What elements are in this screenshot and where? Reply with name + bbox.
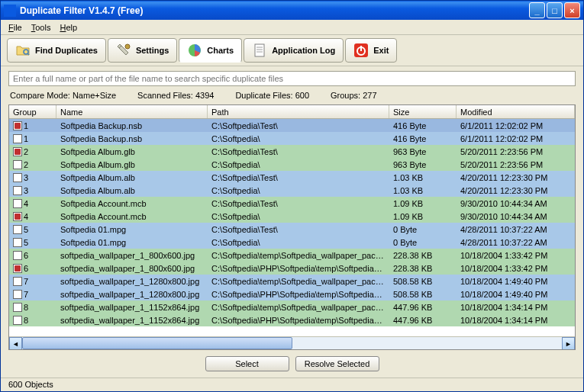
toolbar-label: Find Duplicates: [35, 46, 98, 55]
settings-button[interactable]: Settings: [108, 38, 177, 63]
table-row[interactable]: 6softpedia_wallpaper_1_800x600.jpgC:\Sof…: [9, 249, 575, 262]
table-row[interactable]: 7softpedia_wallpaper_1_1280x800.jpgC:\So…: [9, 288, 575, 300]
col-header-size[interactable]: Size: [389, 105, 457, 118]
table-row[interactable]: 3Softpedia Album.albC:\Softpedia\1.03 KB…: [9, 184, 575, 197]
table-row[interactable]: 6softpedia_wallpaper_1_800x600.jpgC:\Sof…: [9, 262, 575, 275]
svg-point-2: [125, 44, 130, 49]
scroll-thumb[interactable]: [22, 337, 292, 349]
cell-modified: 10/18/2004 1:33:42 PM: [457, 251, 575, 260]
maximize-button[interactable]: □: [547, 2, 563, 18]
col-header-modified[interactable]: Modified: [457, 105, 575, 118]
cell-group: 7: [24, 290, 28, 299]
row-checkbox[interactable]: [13, 316, 22, 325]
cell-modified: 10/18/2004 1:34:14 PM: [457, 316, 575, 325]
document-icon: [252, 43, 267, 58]
row-checkbox[interactable]: [13, 212, 22, 221]
toolbar-label: Application Log: [272, 46, 335, 55]
cell-modified: 5/20/2011 2:23:56 PM: [457, 147, 575, 156]
cell-modified: 10/18/2004 1:33:42 PM: [457, 264, 575, 273]
application-log-button[interactable]: Application Log: [244, 38, 344, 63]
table-row[interactable]: 1Softpedia Backup.nsbC:\Softpedia\Test\4…: [9, 119, 575, 132]
table-row[interactable]: 4Softpedia Account.mcbC:\Softpedia\Test\…: [9, 197, 575, 210]
toolbar-label: Settings: [136, 46, 169, 55]
cell-path: C:\Softpedia\temp\Softpedia_wallpaper_pa…: [208, 303, 389, 312]
row-checkbox[interactable]: [13, 160, 22, 169]
table-row[interactable]: 4Softpedia Account.mcbC:\Softpedia\1.09 …: [9, 210, 575, 223]
table-row[interactable]: 8softpedia_wallpaper_1_1152x864.jpgC:\So…: [9, 313, 575, 326]
cell-path: C:\Softpedia\: [208, 160, 389, 169]
row-checkbox[interactable]: [13, 303, 22, 312]
cell-size: 0 Byte: [389, 225, 457, 234]
search-input[interactable]: [8, 71, 576, 86]
find-duplicates-button[interactable]: Find Duplicates: [7, 38, 106, 63]
cell-modified: 4/20/2011 12:23:30 PM: [457, 186, 575, 195]
resolve-selected-button[interactable]: Resolve Selected: [295, 356, 379, 371]
cell-size: 963 Byte: [389, 160, 457, 169]
cell-modified: 5/20/2011 2:23:56 PM: [457, 160, 575, 169]
row-checkbox[interactable]: [13, 290, 22, 299]
minimize-button[interactable]: _: [529, 2, 545, 18]
cell-group: 7: [24, 277, 28, 286]
select-button[interactable]: Select: [205, 356, 289, 371]
cell-path: C:\Softpedia\Test\: [208, 147, 389, 156]
folder-search-icon: [15, 43, 31, 58]
table-row[interactable]: 8softpedia_wallpaper_1_1152x864.jpgC:\So…: [9, 300, 575, 313]
row-checkbox[interactable]: [13, 251, 22, 260]
col-header-name[interactable]: Name: [56, 105, 208, 118]
cell-name: Softpedia Album.glb: [56, 147, 208, 156]
cell-path: C:\Softpedia\temp\Softpedia_wallpaper_pa…: [208, 277, 389, 286]
cell-name: softpedia_wallpaper_1_800x600.jpg: [56, 251, 208, 260]
scroll-right-button[interactable]: ►: [562, 337, 575, 350]
table-row[interactable]: 3Softpedia Album.albC:\Softpedia\Test\1.…: [9, 171, 575, 184]
cell-group: 3: [24, 173, 28, 182]
grid-body[interactable]: 1Softpedia Backup.nsbC:\Softpedia\Test\4…: [9, 119, 575, 336]
cell-size: 228.38 KB: [389, 264, 457, 273]
row-checkbox[interactable]: [13, 264, 22, 273]
cell-path: C:\Softpedia\Test\: [208, 225, 389, 234]
cell-name: softpedia_wallpaper_1_800x600.jpg: [56, 264, 208, 273]
cell-path: C:\Softpedia\PHP\Softpedia\temp\Softpedi…: [208, 290, 389, 299]
row-checkbox[interactable]: [13, 277, 22, 286]
menu-tools[interactable]: Tools: [31, 23, 51, 32]
row-checkbox[interactable]: [13, 186, 22, 195]
cell-modified: 10/18/2004 1:49:40 PM: [457, 290, 575, 299]
table-row[interactable]: 1Softpedia Backup.nsbC:\Softpedia\416 By…: [9, 132, 575, 145]
cell-group: 8: [24, 303, 28, 312]
col-header-path[interactable]: Path: [208, 105, 389, 118]
table-row[interactable]: 5Softpedia 01.mpgC:\Softpedia\Test\0 Byt…: [9, 223, 575, 236]
table-row[interactable]: 5Softpedia 01.mpgC:\Softpedia\0 Byte4/28…: [9, 236, 575, 249]
row-checkbox[interactable]: [13, 121, 22, 130]
cell-modified: 6/1/2011 12:02:02 PM: [457, 134, 575, 143]
row-checkbox[interactable]: [13, 147, 22, 156]
cell-path: C:\Softpedia\: [208, 186, 389, 195]
scroll-left-button[interactable]: ◄: [9, 337, 22, 350]
charts-button[interactable]: Charts: [179, 38, 242, 63]
horizontal-scrollbar[interactable]: ◄ ►: [9, 336, 575, 349]
cell-name: Softpedia Account.mcb: [56, 212, 208, 221]
cell-group: 2: [24, 147, 28, 156]
menubar: File Tools Help: [1, 20, 583, 35]
table-row[interactable]: 2Softpedia Album.glbC:\Softpedia\Test\96…: [9, 145, 575, 158]
cell-size: 0 Byte: [389, 238, 457, 247]
close-button[interactable]: ×: [564, 2, 580, 18]
table-row[interactable]: 7softpedia_wallpaper_1_1280x800.jpgC:\So…: [9, 275, 575, 288]
titlebar[interactable]: Duplicate Filter V1.4.7 (Free) _ □ ×: [1, 1, 583, 20]
scroll-track[interactable]: [22, 337, 562, 349]
cell-size: 508.58 KB: [389, 290, 457, 299]
app-window: Duplicate Filter V1.4.7 (Free) _ □ × Fil…: [0, 0, 584, 392]
row-checkbox[interactable]: [13, 199, 22, 208]
stat-groups: Groups: 277: [331, 91, 377, 100]
cell-group: 5: [24, 225, 28, 234]
stat-scanned-files: Scanned Files: 4394: [137, 91, 214, 100]
menu-help[interactable]: Help: [60, 23, 77, 32]
col-header-group[interactable]: Group: [9, 105, 56, 118]
table-row[interactable]: 2Softpedia Album.glbC:\Softpedia\963 Byt…: [9, 158, 575, 171]
row-checkbox[interactable]: [13, 173, 22, 182]
toolbar-label: Charts: [207, 46, 234, 55]
row-checkbox[interactable]: [13, 238, 22, 247]
menu-file[interactable]: File: [8, 23, 22, 32]
exit-button[interactable]: Exit: [345, 38, 397, 63]
cell-group: 2: [24, 160, 28, 169]
row-checkbox[interactable]: [13, 225, 22, 234]
row-checkbox[interactable]: [13, 134, 22, 143]
